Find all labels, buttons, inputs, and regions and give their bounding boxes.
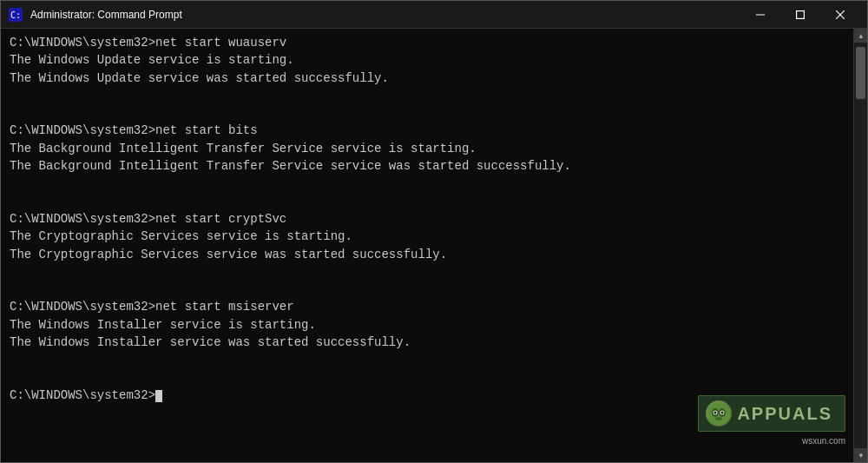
terminal-line: The Background Intelligent Transfer Serv… <box>10 157 845 175</box>
svg-point-12 <box>721 412 723 413</box>
cmd-icon: C: <box>8 7 23 23</box>
minimize-button[interactable] <box>740 1 780 29</box>
terminal-line: The Windows Update service is starting. <box>10 51 845 69</box>
terminal-line <box>10 369 845 387</box>
scroll-thumb[interactable] <box>856 47 865 99</box>
cursor-blink <box>155 390 162 402</box>
scroll-up-button[interactable]: ▲ <box>854 29 867 43</box>
terminal-line <box>10 351 845 368</box>
terminal-line: The Windows Update service was started s… <box>10 69 845 87</box>
watermark: APPUALS <box>698 395 845 432</box>
terminal-line <box>10 281 845 298</box>
terminal-line <box>10 175 845 192</box>
svg-rect-2 <box>756 14 765 15</box>
terminal-line: C:\WINDOWS\system32>net start bits <box>10 122 845 139</box>
window-controls <box>740 1 860 29</box>
maximize-button[interactable] <box>780 1 820 29</box>
watermark-site: wsxun.com <box>802 436 845 446</box>
terminal-line: The Windows Installer service was starte… <box>10 334 845 351</box>
watermark-text: APPUALS <box>737 404 832 424</box>
terminal-line: The Windows Installer service is startin… <box>10 316 845 334</box>
svg-point-13 <box>715 417 722 420</box>
terminal-line <box>10 193 845 210</box>
scroll-track[interactable] <box>854 43 867 448</box>
window-title: Administrator: Command Prompt <box>30 9 740 21</box>
svg-point-6 <box>707 402 730 425</box>
appuals-owl-icon <box>706 400 732 427</box>
terminal-line: C:\WINDOWS\system32>net start wuauserv <box>10 34 845 51</box>
terminal-line: The Cryptographic Services service is st… <box>10 228 845 245</box>
terminal-line: C:\WINDOWS\system32>net start msiserver <box>10 298 845 315</box>
scrollbar[interactable]: ▲ ▼ <box>853 29 867 462</box>
terminal-line <box>10 104 845 122</box>
terminal-line <box>10 263 845 281</box>
cmd-window: C: Administrator: Command Prompt C:\WIND… <box>0 0 868 463</box>
terminal-line: C:\WINDOWS\system32>net start cryptSvc <box>10 210 845 228</box>
svg-point-11 <box>714 412 716 413</box>
terminal-line: The Background Intelligent Transfer Serv… <box>10 140 845 157</box>
close-button[interactable] <box>820 1 860 29</box>
scroll-down-button[interactable]: ▼ <box>854 448 867 462</box>
terminal-line <box>10 87 845 104</box>
svg-rect-3 <box>797 10 805 18</box>
terminal-line: The Cryptographic Services service was s… <box>10 246 845 263</box>
svg-text:C:: C: <box>10 10 21 20</box>
title-bar: C: Administrator: Command Prompt <box>1 1 867 29</box>
